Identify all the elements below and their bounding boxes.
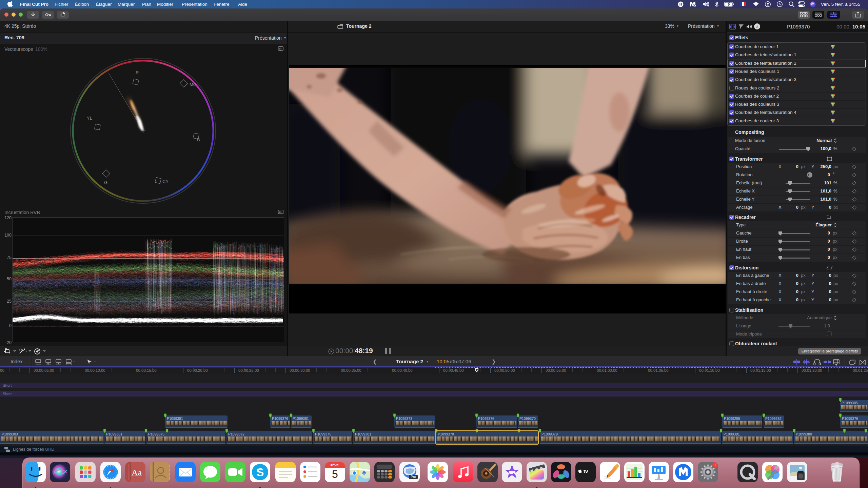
svg-text:Pro: Pro (411, 475, 416, 479)
svg-text:CY: CY (162, 179, 169, 184)
svg-text:B: B (197, 137, 200, 142)
svg-text:5: 5 (332, 468, 338, 480)
svg-text:R: R (136, 70, 139, 75)
svg-text:YL: YL (87, 116, 92, 121)
svg-text:G: G (104, 180, 107, 185)
svg-text:Aa: Aa (132, 468, 142, 477)
svg-text:MG: MG (190, 82, 197, 87)
svg-text:tv: tv (584, 468, 588, 474)
svg-text:S: S (256, 466, 264, 479)
svg-text:FÉVR.: FÉVR. (331, 464, 340, 467)
svg-text:280: 280 (362, 473, 366, 475)
svg-text:1: 1 (714, 463, 716, 467)
